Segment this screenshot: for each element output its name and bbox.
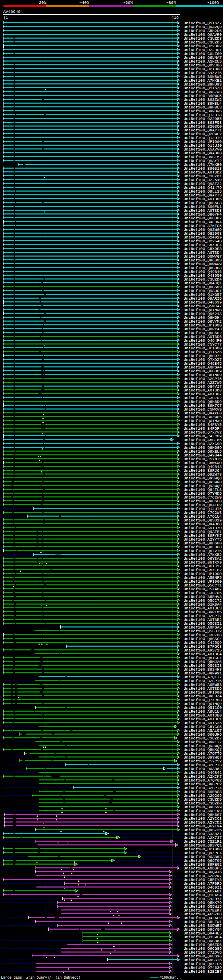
- svg-text:~40%: ~40%: [79, 0, 90, 5]
- svg-text:AlignView.pm Beta rel.7: AlignView.pm Beta rel.7: [140, 10, 181, 14]
- svg-text:~60%: ~60%: [123, 0, 133, 5]
- svg-text:UniRef100_B2B2E7: UniRef100_B2B2E7: [184, 970, 221, 974]
- svg-text:|1: |1: [3, 15, 8, 20]
- svg-text:Large gaps: ▲(in Query)/- (in: Large gaps: ▲(in Query)/- (in Subject): [1, 976, 80, 980]
- svg-text:AV409494: AV409494: [3, 10, 23, 14]
- svg-text:419|: 419|: [172, 15, 181, 20]
- svg-text:=100char.: =100char.: [160, 976, 178, 980]
- svg-text:~100%: ~100%: [207, 0, 220, 5]
- svg-text:20%: 20%: [39, 0, 47, 5]
- svg-text:~80%: ~80%: [166, 0, 176, 5]
